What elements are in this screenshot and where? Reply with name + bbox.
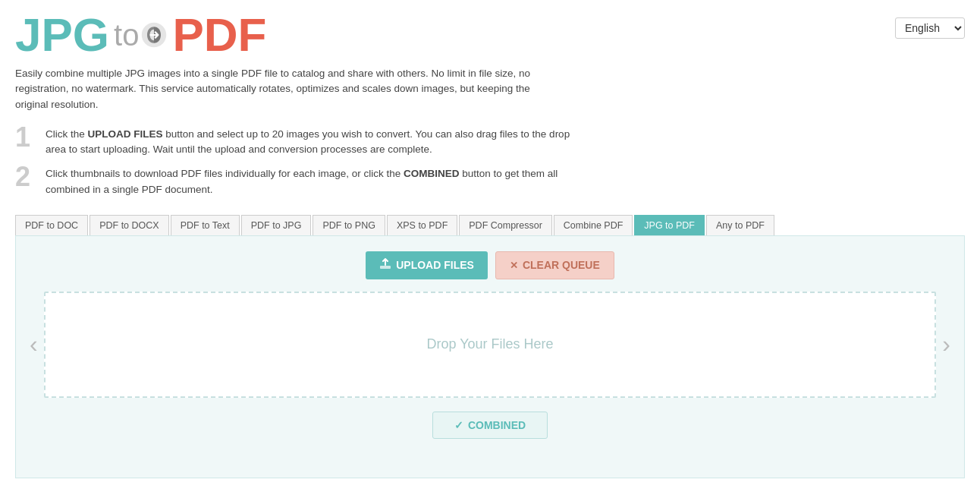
upload-controls: UPLOAD FILES ✕ CLEAR QUEUE: [16, 251, 964, 279]
tab-pdf-to-png[interactable]: PDF to PNG: [313, 215, 385, 235]
drop-zone-text: Drop Your Files Here: [426, 336, 553, 352]
tab-combine-pdf[interactable]: Combine PDF: [554, 215, 633, 235]
check-icon: ✓: [454, 419, 463, 431]
upload-files-button[interactable]: UPLOAD FILES: [366, 251, 488, 279]
tab-pdf-to-jpg[interactable]: PDF to JPG: [241, 215, 312, 235]
next-arrow[interactable]: ›: [936, 330, 956, 358]
logo-to-text: to: [114, 20, 139, 50]
clear-queue-button[interactable]: ✕ CLEAR QUEUE: [495, 251, 614, 279]
combined-label: COMBINED: [468, 419, 526, 431]
header: JPG to PDF English Español Français Deut…: [0, 0, 980, 66]
tabs-bar: PDF to DOC PDF to DOCX PDF to Text PDF t…: [0, 215, 980, 235]
upload-icon: [379, 258, 391, 273]
language-select[interactable]: English Español Français Deutsch: [895, 17, 965, 39]
step-1-number: 1: [15, 124, 36, 151]
language-selector-wrapper: English Español Français Deutsch: [895, 11, 965, 39]
step-2-highlight: COMBINED: [404, 168, 460, 179]
tab-jpg-to-pdf[interactable]: JPG to PDF: [634, 215, 705, 235]
tab-any-to-pdf[interactable]: Any to PDF: [706, 215, 774, 235]
step-1: 1 Click the UPLOAD FILES button and sele…: [15, 124, 576, 158]
logo-to: to: [114, 20, 168, 50]
upload-files-label: UPLOAD FILES: [396, 259, 474, 271]
tab-pdf-to-doc[interactable]: PDF to DOC: [15, 215, 88, 235]
combined-button[interactable]: ✓ COMBINED: [432, 412, 548, 439]
tab-pdf-to-text[interactable]: PDF to Text: [171, 215, 240, 235]
drop-zone-wrapper: ‹ Drop Your Files Here ›: [16, 292, 964, 398]
main-area: UPLOAD FILES ✕ CLEAR QUEUE ‹ Drop Your F…: [15, 235, 965, 478]
combined-area: ✓ COMBINED: [16, 412, 964, 439]
description-text: Easily combine multiple JPG images into …: [15, 66, 561, 112]
step-2-number: 2: [15, 163, 36, 191]
tab-xps-to-pdf[interactable]: XPS to PDF: [387, 215, 457, 235]
drop-zone[interactable]: Drop Your Files Here: [44, 292, 937, 398]
steps: 1 Click the UPLOAD FILES button and sele…: [0, 124, 592, 215]
step-2-text: Click thumbnails to download PDF files i…: [46, 163, 576, 197]
tab-pdf-compressor[interactable]: PDF Compressor: [459, 215, 552, 235]
description: Easily combine multiple JPG images into …: [0, 66, 576, 124]
step-2: 2 Click thumbnails to download PDF files…: [15, 163, 576, 197]
svg-rect-1: [380, 266, 391, 269]
prev-arrow[interactable]: ‹: [24, 330, 44, 358]
logo: JPG to PDF: [15, 11, 266, 58]
logo-pdf: PDF: [172, 11, 266, 58]
logo-jpg: JPG: [15, 11, 109, 58]
clear-queue-label: CLEAR QUEUE: [523, 259, 600, 271]
tab-pdf-to-docx[interactable]: PDF to DOCX: [90, 215, 169, 235]
step-1-highlight: UPLOAD FILES: [88, 128, 163, 140]
step-1-text: Click the UPLOAD FILES button and select…: [46, 124, 576, 158]
logo-to-icon: [140, 21, 168, 49]
clear-icon: ✕: [510, 260, 518, 271]
